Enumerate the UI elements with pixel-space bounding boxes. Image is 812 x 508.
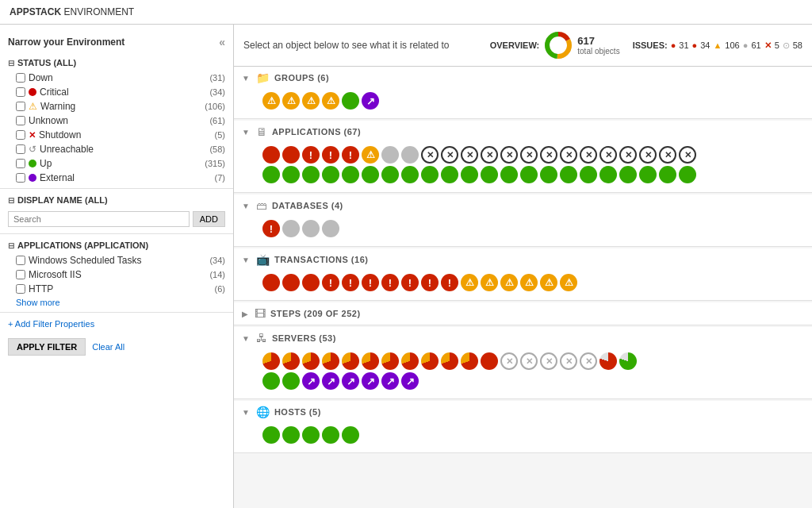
group-obj-1[interactable]: ⚠ xyxy=(262,92,280,110)
tr-obj-w5[interactable]: ⚠ xyxy=(540,274,557,291)
tr-obj-r4[interactable]: ! xyxy=(322,274,339,291)
status-row-up[interactable]: Up (315) xyxy=(0,156,233,171)
app-obj-x14[interactable]: ✕ xyxy=(679,146,696,164)
app-obj-x6[interactable]: ✕ xyxy=(520,146,538,164)
status-row-down[interactable]: Down (31) xyxy=(0,71,233,85)
group-obj-6[interactable]: ↗ xyxy=(362,92,379,110)
app-obj-grn10[interactable] xyxy=(441,166,458,183)
db-obj-g1[interactable] xyxy=(282,220,300,237)
tr-obj-r7[interactable]: ! xyxy=(381,274,399,291)
app-obj-grn16[interactable] xyxy=(560,166,577,183)
host-obj-4[interactable] xyxy=(322,426,339,444)
tr-obj-r9[interactable]: ! xyxy=(421,274,439,291)
tr-obj-w6[interactable]: ⚠ xyxy=(560,274,577,291)
tr-obj-w4[interactable]: ⚠ xyxy=(520,274,538,291)
applications-section-header[interactable]: ⊟ APPLICATIONS (APPLICATION) xyxy=(0,237,233,253)
srv-obj-pu1[interactable]: ↗ xyxy=(302,372,320,390)
app-obj-grn3[interactable] xyxy=(302,166,320,183)
app-obj-grn19[interactable] xyxy=(619,166,637,183)
add-filter-link[interactable]: + Add Filter Properties xyxy=(0,316,233,332)
group-obj-2[interactable]: ⚠ xyxy=(282,92,300,110)
show-more-link[interactable]: Show more xyxy=(0,296,233,309)
status-row-unknown[interactable]: Unknown (61) xyxy=(0,114,233,128)
status-checkbox-critical[interactable] xyxy=(16,87,25,97)
app-obj-grn21[interactable] xyxy=(659,166,676,183)
app-obj-x4[interactable]: ✕ xyxy=(481,146,498,164)
tr-obj-w1[interactable]: ⚠ xyxy=(461,274,478,291)
host-obj-5[interactable] xyxy=(342,426,359,444)
host-obj-1[interactable] xyxy=(262,426,280,444)
app-checkbox-http[interactable] xyxy=(16,284,25,294)
status-checkbox-up[interactable] xyxy=(16,159,25,168)
group-obj-4[interactable]: ⚠ xyxy=(322,92,339,110)
apply-filter-button[interactable]: APPLY FILTER xyxy=(8,338,86,356)
app-obj-x9[interactable]: ✕ xyxy=(580,146,597,164)
tr-obj-w3[interactable]: ⚠ xyxy=(500,274,518,291)
srv-obj-pie3[interactable] xyxy=(302,352,320,370)
srv-obj-pie7[interactable] xyxy=(381,352,399,370)
status-row-unreachable[interactable]: ↺ Unreachable (58) xyxy=(0,142,233,156)
app-obj-x13[interactable]: ✕ xyxy=(659,146,676,164)
app-row-wst[interactable]: Windows Scheduled Tasks (34) xyxy=(0,253,233,267)
app-obj-grn15[interactable] xyxy=(540,166,557,183)
app-obj-x7[interactable]: ✕ xyxy=(540,146,557,164)
srv-obj-pie6[interactable] xyxy=(362,352,379,370)
display-name-search-input[interactable] xyxy=(8,211,190,227)
app-obj-grn14[interactable] xyxy=(520,166,538,183)
app-obj-x12[interactable]: ✕ xyxy=(639,146,657,164)
clear-all-link[interactable]: Clear All xyxy=(92,342,124,352)
app-obj-r2[interactable] xyxy=(282,146,300,164)
applications-section-header[interactable]: ▼ 🖥 APPLICATIONS (67) xyxy=(234,121,812,143)
srv-obj-x2[interactable]: ✕ xyxy=(520,352,538,370)
srv-obj-pie12[interactable] xyxy=(481,352,498,370)
status-checkbox-unreachable[interactable] xyxy=(16,144,25,154)
app-obj-grn5[interactable] xyxy=(342,166,359,183)
srv-obj-pie5[interactable] xyxy=(342,352,359,370)
host-obj-3[interactable] xyxy=(302,426,320,444)
app-row-http[interactable]: HTTP (6) xyxy=(0,282,233,296)
host-obj-2[interactable] xyxy=(282,426,300,444)
status-row-critical[interactable]: Critical (34) xyxy=(0,85,233,99)
app-obj-grn22[interactable] xyxy=(679,166,696,183)
app-obj-x10[interactable]: ✕ xyxy=(599,146,617,164)
groups-section-header[interactable]: ▼ 📁 GROUPS (6) xyxy=(234,67,812,89)
databases-section-header[interactable]: ▼ 🗃 DATABASES (4) xyxy=(234,194,812,217)
servers-section-header[interactable]: ▼ 🖧 SERVERS (53) xyxy=(234,327,812,349)
app-obj-x5[interactable]: ✕ xyxy=(500,146,518,164)
srv-obj-x1[interactable]: ✕ xyxy=(500,352,518,370)
status-section-header[interactable]: ⊟ STATUS (ALL) xyxy=(0,55,233,71)
tr-obj-r10[interactable]: ! xyxy=(441,274,458,291)
tr-obj-w2[interactable]: ⚠ xyxy=(481,274,498,291)
app-obj-r3[interactable]: ! xyxy=(302,146,320,164)
group-obj-5[interactable] xyxy=(342,92,359,110)
srv-obj-grn1[interactable] xyxy=(262,372,280,390)
status-row-warning[interactable]: ⚠ Warning (106) xyxy=(0,99,233,114)
srv-obj-pie9[interactable] xyxy=(421,352,439,370)
srv-obj-pu3[interactable]: ↗ xyxy=(342,372,359,390)
app-obj-grn12[interactable] xyxy=(481,166,498,183)
group-obj-3[interactable]: ⚠ xyxy=(302,92,320,110)
tr-obj-r2[interactable] xyxy=(282,274,300,291)
app-obj-x3[interactable]: ✕ xyxy=(461,146,478,164)
srv-obj-x3[interactable]: ✕ xyxy=(540,352,557,370)
app-obj-r5[interactable]: ! xyxy=(342,146,359,164)
app-obj-g1[interactable] xyxy=(381,146,399,164)
status-checkbox-warning[interactable] xyxy=(16,102,25,111)
srv-obj-pie1[interactable] xyxy=(262,352,280,370)
app-row-iis[interactable]: Microsoft IIS (14) xyxy=(0,267,233,282)
srv-obj-pie14[interactable] xyxy=(619,352,637,370)
app-obj-x1[interactable]: ✕ xyxy=(421,146,439,164)
display-name-section-header[interactable]: ⊟ DISPLAY NAME (ALL) xyxy=(0,192,233,208)
tr-obj-r6[interactable]: ! xyxy=(362,274,379,291)
srv-obj-pie2[interactable] xyxy=(282,352,300,370)
app-obj-x8[interactable]: ✕ xyxy=(560,146,577,164)
app-obj-g2[interactable] xyxy=(401,146,419,164)
status-checkbox-down[interactable] xyxy=(16,73,25,83)
app-obj-grn20[interactable] xyxy=(639,166,657,183)
app-obj-grn7[interactable] xyxy=(381,166,399,183)
status-checkbox-unknown[interactable] xyxy=(16,116,25,125)
app-checkbox-iis[interactable] xyxy=(16,270,25,279)
status-row-shutdown[interactable]: ✕ Shutdown (5) xyxy=(0,128,233,142)
app-obj-grn4[interactable] xyxy=(322,166,339,183)
tr-obj-r8[interactable]: ! xyxy=(401,274,419,291)
